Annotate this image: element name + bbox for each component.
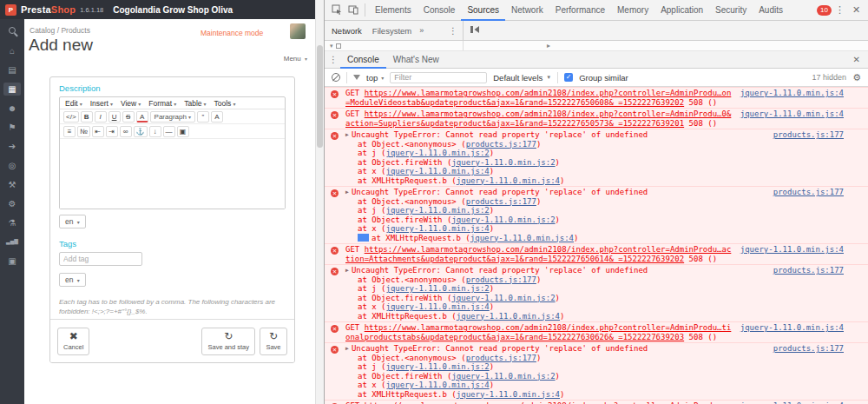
bullet-list-button[interactable]: ≡ [63,126,76,137]
expand-triangle-icon[interactable]: ▶ [345,344,349,354]
blockquote-button[interactable]: ” [197,111,209,123]
scrollbar-thumb[interactable] [317,45,323,148]
dashboard-icon[interactable]: ⌂ [3,44,21,57]
italic-button[interactable]: I [95,111,107,123]
request-url-link[interactable]: https://www.lamarmotagrowshop.com/admin2… [345,109,731,128]
description-language-dropdown[interactable]: en ▾ [59,215,86,228]
modules-icon[interactable]: ⚒ [3,178,21,191]
save-and-stay-button[interactable]: ↻ Save and stay [201,328,255,355]
expand-triangle-icon[interactable]: ▶ [345,130,349,140]
console-context-selector[interactable]: top ▾ [366,73,384,83]
stack-frame-link[interactable]: jquery-1.11.0.min.js:4 [457,390,560,399]
source-location-link[interactable]: products.js:177 [773,188,844,197]
navigator-tree-root[interactable]: ▾ [325,41,464,50]
cancel-button[interactable]: ✖ Cancel [57,328,89,355]
stack-frame-link[interactable]: jquery-1.11.0.min.js:2 [386,206,490,215]
text-color-button[interactable]: A [136,111,148,123]
source-location-link[interactable]: products.js:177 [773,130,844,140]
drawer-tab-console[interactable]: Console [340,51,386,69]
tab-overflow-chevrons[interactable]: » [417,26,426,35]
source-code-button[interactable]: </> [63,111,79,123]
stack-frame-link[interactable]: jquery-1.11.0.min.js:2 [451,158,555,167]
tag-input[interactable] [59,252,142,266]
stack-frame-link[interactable]: jquery-1.11.0.min.js:2 [451,294,555,302]
stack-frame-link[interactable]: jquery-1.11.0.min.js:2 [451,372,555,381]
shop-name-link[interactable]: Cogolandia Grow Shop Oliva [113,5,233,15]
anchor-button[interactable]: ⚓ [134,126,148,137]
tab-performance[interactable]: Performance [549,0,611,21]
console-settings-icon[interactable]: ⚙ [852,72,861,83]
tab-elements[interactable]: Elements [369,0,418,21]
orders-icon[interactable]: ▤ [3,63,21,76]
stack-frame-link[interactable]: products.js:177 [466,275,536,284]
stack-frame-link[interactable]: jquery-1.11.0.min.js:2 [451,215,555,224]
devtools-menu-icon[interactable]: ⋮ [832,4,848,16]
navigator-menu-icon[interactable]: ⋮ [445,26,461,36]
stack-frame-link[interactable]: jquery-1.11.0.min.js:4 [386,381,490,389]
editor-text-area[interactable] [60,139,285,209]
devtools-close-icon[interactable]: ✕ [848,4,865,16]
preferences-icon[interactable]: ⚙ [3,197,21,210]
toggle-navigator-icon[interactable] [470,25,480,36]
page-scrollbar[interactable] [315,0,324,404]
sources-tab-filesystem[interactable]: Filesystem [367,26,417,36]
indent-button[interactable]: ⇥ [106,126,118,137]
stack-frame-link[interactable]: jquery-1.11.0.min.js:4 [386,167,490,176]
underline-button[interactable]: U [108,111,121,123]
formats-button[interactable]: A [211,111,223,123]
localization-icon[interactable]: ◎ [3,159,21,172]
editor-menu-view[interactable]: View▾ [121,99,141,108]
source-location-link[interactable]: jquery-1.11.0.min.js:4 [740,109,844,119]
save-button[interactable]: ↻ Save [260,328,287,355]
link-button[interactable]: ∞ [120,126,132,137]
tab-application[interactable]: Application [654,0,709,21]
strikethrough-button[interactable]: S [122,111,135,123]
group-similar-checkbox[interactable]: ✓ [564,73,573,82]
editor-menu-edit[interactable]: Edit▾ [65,99,82,108]
shipping-icon[interactable]: ➔ [3,140,21,153]
tab-security[interactable]: Security [709,0,753,21]
editor-menu-table[interactable]: Table▾ [184,99,206,108]
stack-frame-link[interactable]: jquery-1.11.0.min.js:2 [386,362,490,371]
horizontal-rule-button[interactable]: ― [163,126,175,137]
stack-frame-link[interactable]: jquery-1.11.0.min.js:4 [457,312,560,321]
editor-menu-tools[interactable]: Tools▾ [214,99,236,108]
source-location-link[interactable]: products.js:177 [773,266,844,275]
source-location-link[interactable]: jquery-1.11.0.min.js:4 [740,89,844,98]
sources-tab-network[interactable]: Network [326,26,367,36]
inspect-element-icon[interactable] [328,4,345,17]
catalog-icon[interactable]: ▦ [3,83,21,96]
stack-frame-link[interactable]: jquery-1.11.0.min.js:4 [470,234,574,242]
tab-memory[interactable]: Memory [611,0,654,21]
stack-frame-link[interactable]: jquery-1.11.0.min.js:2 [386,284,490,293]
tab-network[interactable]: Network [505,0,549,21]
clear-console-icon[interactable] [332,73,340,82]
stack-frame-link[interactable]: jquery-1.11.0.min.js:2 [386,149,490,157]
log-levels-dropdown[interactable]: Default levels ▼ [493,73,551,83]
down-arrow-button[interactable]: ↓ [149,126,161,137]
bold-button[interactable]: B [81,111,93,123]
stats-icon[interactable]: ▃▅▇ [3,235,21,248]
stack-frame-link[interactable]: jquery-1.11.0.min.js:4 [457,176,560,185]
source-location-link[interactable]: jquery-1.11.0.min.js:4 [740,323,844,333]
image-button[interactable]: ▣ [177,126,189,137]
customers-icon[interactable]: ☻ [3,102,21,115]
advanced-parameters-icon[interactable]: ⚗ [3,216,21,229]
tab-audits[interactable]: Audits [753,0,789,21]
outdent-button[interactable]: ⇤ [92,126,104,137]
numbered-list-button[interactable]: № [77,126,90,137]
paragraph-select[interactable]: Paragraph▾ [150,111,195,123]
console-filter-input[interactable] [390,72,487,83]
price-rules-icon[interactable]: ⚑ [3,121,21,134]
editor-menu-format[interactable]: Format▾ [148,99,176,108]
expand-arrow-icon[interactable]: ▸ [547,42,550,50]
maintenance-mode-link[interactable]: Maintenance mode [201,29,263,37]
console-messages[interactable]: ✕jquery-1.11.0.min.js:4GET https://www.l… [325,87,868,404]
tab-console[interactable]: Console [418,0,462,21]
stack-frame-link[interactable]: jquery-1.11.0.min.js:4 [386,302,490,311]
device-toolbar-icon[interactable] [345,4,361,17]
menu-toggle[interactable]: Menu ▾ [284,55,307,63]
source-location-link[interactable]: products.js:177 [773,344,844,354]
expand-triangle-icon[interactable]: ▶ [345,266,349,275]
error-count-badge[interactable]: 10 [817,5,832,16]
